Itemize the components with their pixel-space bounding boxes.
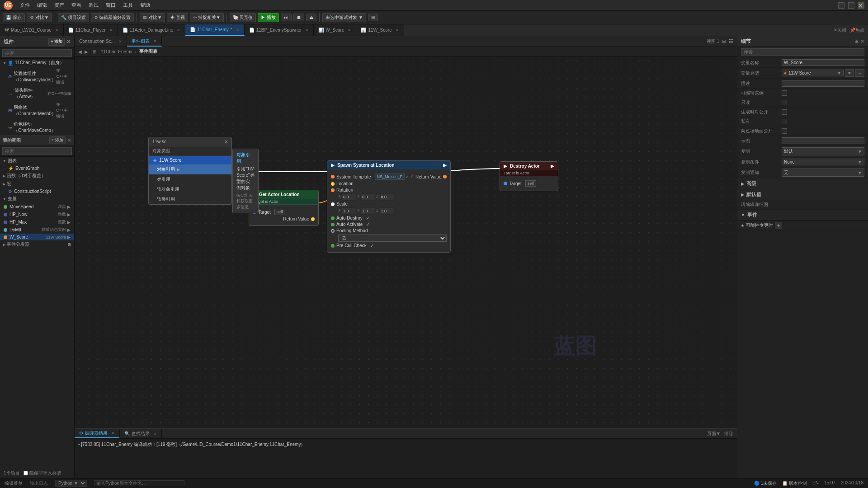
tab-player[interactable]: 📄 11Char_Player ✕ bbox=[64, 24, 118, 36]
pin-scale[interactable] bbox=[331, 202, 335, 206]
clear-btn[interactable]: 清除 bbox=[724, 431, 733, 437]
canvas-grid-icon[interactable]: ⊞ bbox=[722, 38, 726, 44]
extra-button[interactable]: ⊞ bbox=[368, 14, 378, 21]
events-section[interactable]: ▼ 事件 bbox=[737, 210, 868, 221]
scale-z-input[interactable] bbox=[380, 208, 394, 214]
tab-11wscore-close[interactable]: ✕ bbox=[396, 28, 399, 33]
var-dymtl[interactable]: DyMtl 材质动态实例 ▶ bbox=[0, 226, 74, 234]
minimize-btn[interactable] bbox=[838, 2, 844, 9]
pin-auto-activate[interactable] bbox=[331, 223, 335, 226]
shell-values-button[interactable]: 🐚 贝壳值 bbox=[230, 13, 256, 22]
menu-tools[interactable]: 工具 bbox=[123, 2, 133, 9]
event-graph-item[interactable]: ⚡ EventGraph bbox=[5, 165, 74, 172]
tab-player-close[interactable]: ✕ bbox=[109, 28, 113, 33]
menu-debug[interactable]: 调试 bbox=[89, 2, 99, 9]
component-root[interactable]: ▼ 👤 11Char_Enemy（自身） bbox=[0, 59, 74, 67]
tab-11wscore[interactable]: 📊 11W_Score ✕ bbox=[356, 24, 404, 36]
replication-notify-select[interactable]: 无 ▼ bbox=[782, 169, 864, 177]
pin-pooling[interactable] bbox=[331, 229, 335, 233]
components-search-input[interactable] bbox=[2, 49, 72, 57]
menu-file[interactable]: 文件 bbox=[20, 2, 30, 9]
pin-system-template[interactable] bbox=[331, 175, 335, 178]
breadcrumb-root[interactable]: 11Char_Enemy bbox=[101, 49, 132, 54]
nav-forward[interactable]: ▶ bbox=[85, 49, 88, 54]
pagination-btn[interactable]: 页面▼ bbox=[707, 431, 721, 437]
pin-destroy-target[interactable] bbox=[504, 182, 507, 185]
canvas-view-mode[interactable]: 视图 1 bbox=[707, 38, 719, 45]
component-movement[interactable]: ⇒ 角色移动（CharMoveComp） bbox=[5, 120, 74, 135]
close-right-panel[interactable]: ✕ bbox=[860, 38, 864, 44]
tab-damageline-close[interactable]: ✕ bbox=[177, 28, 180, 33]
tab-enemy-close[interactable]: ✕ bbox=[236, 28, 240, 32]
tab-wscore[interactable]: 📊 W_Score ✕ bbox=[314, 24, 356, 36]
pin-auto-destroy[interactable] bbox=[331, 216, 335, 220]
component-capsule[interactable]: ⊚ 胶囊体组件（CollisionCylinder） 在C++中编辑 bbox=[5, 67, 74, 86]
defaults-section[interactable]: ▶ 默认值 bbox=[737, 189, 868, 200]
node-destroy-actor[interactable]: ▶ Destroy Actor ▶ Target is Actor Target… bbox=[500, 161, 558, 191]
dropdown-item-soft-class-ref[interactable]: 软类引用 bbox=[149, 194, 231, 204]
events-add-btn[interactable]: + bbox=[775, 222, 782, 229]
hide-unimported-checkbox[interactable] bbox=[24, 471, 28, 475]
add-bp-button[interactable]: + 添加 bbox=[49, 136, 66, 144]
nav-back[interactable]: ◀ bbox=[78, 49, 82, 54]
project-settings-button[interactable]: 🔧 11Char_Enemy（自身）项目设置 bbox=[58, 13, 89, 22]
dropdown-item-object-ref[interactable]: 对象引用 ▶ bbox=[149, 164, 231, 174]
event-dispatchers-section[interactable]: ▶ 事件分发器 ⚙ bbox=[0, 240, 74, 249]
rotation-x-input[interactable] bbox=[342, 194, 356, 200]
expose-cinematic-checkbox[interactable] bbox=[782, 128, 787, 134]
snap-button[interactable]: ⊹ 捕捉相关▼ bbox=[190, 13, 224, 22]
tab-spawner[interactable]: 📄 11BP_EnemySpawner ✕ bbox=[245, 24, 314, 36]
expose-spawn-checkbox[interactable] bbox=[782, 109, 787, 115]
canvas-list-icon[interactable]: ☷ bbox=[729, 38, 733, 44]
maximize-btn[interactable] bbox=[848, 2, 854, 9]
tab-damageline[interactable]: 📄 11Actor_DamageLine ✕ bbox=[118, 24, 186, 36]
node-spawn-system[interactable]: ▶ Spawn System at Location ▶ System Temp… bbox=[327, 160, 451, 253]
menu-asset[interactable]: 资产 bbox=[54, 2, 64, 9]
event-dispatchers-settings[interactable]: ⚙ bbox=[67, 242, 71, 247]
rotation-y-input[interactable] bbox=[361, 194, 375, 200]
dropdown-item-soft-object-ref[interactable]: 软对象引用 bbox=[149, 184, 231, 194]
tab-spawner-close[interactable]: ✕ bbox=[305, 28, 309, 33]
right-panel-search-input[interactable] bbox=[741, 48, 864, 56]
system-template-value[interactable]: NS_Muzzle_F bbox=[375, 174, 405, 180]
python-select[interactable]: Python ▼ bbox=[55, 480, 87, 487]
scale-x-input[interactable] bbox=[342, 208, 356, 214]
menu-help[interactable]: 帮助 bbox=[140, 2, 150, 9]
version-control[interactable]: 📋 版本控制 bbox=[782, 480, 807, 487]
node-get-actor-location[interactable]: ▶ Get Actor Location Target is Actor Tar… bbox=[249, 190, 319, 226]
private-checkbox[interactable] bbox=[782, 119, 787, 124]
description-input[interactable] bbox=[782, 80, 864, 87]
close-bp-panel[interactable]: ✕ bbox=[67, 137, 71, 143]
eject-button[interactable]: ⏏ bbox=[306, 14, 316, 21]
macros-section[interactable]: ▶ 宏 bbox=[0, 180, 74, 188]
editor-prefs-button[interactable]: ⚙ 编辑器偏好设置 bbox=[91, 13, 134, 22]
right-panel-grid-icon[interactable]: ⊞ bbox=[854, 38, 859, 44]
bottom-tab-compiler-close[interactable]: ✕ bbox=[111, 431, 115, 436]
var-wscore[interactable]: W_Score 11W Score ▶ bbox=[0, 234, 74, 240]
play-button play-btn[interactable]: ▶ 播放 bbox=[258, 13, 279, 22]
dropdown-item-class-ref[interactable]: 类引用 bbox=[149, 174, 231, 184]
construction-script-item[interactable]: ⚙ ConstructionScript bbox=[5, 188, 74, 195]
graphs-section[interactable]: ▼ 图表 bbox=[0, 157, 74, 165]
vartype-extra-btn[interactable]: ▼ bbox=[845, 69, 854, 77]
variables-section[interactable]: ▼ 变量 bbox=[0, 195, 74, 203]
pooling-dropdown[interactable]: 乙 bbox=[338, 235, 447, 242]
var-hp-now[interactable]: HP_Now 整数 ▶ bbox=[0, 211, 74, 218]
varname-input[interactable] bbox=[782, 59, 864, 66]
component-arrow[interactable]: → 箭头组件（Arrow） 在C++中编辑 bbox=[5, 86, 74, 101]
bottom-tab-compiler[interactable]: ⚙ 编译器结果 ✕ bbox=[75, 429, 120, 438]
example-input[interactable] bbox=[782, 137, 864, 144]
rotation-z-input[interactable] bbox=[380, 194, 394, 200]
pin-tab[interactable]: 📌热点 bbox=[850, 27, 864, 33]
close-all-tabs[interactable]: ✕关闭 bbox=[834, 27, 846, 33]
tab-map[interactable]: 🗺 Map_LWD1_Course ✕ bbox=[0, 24, 64, 36]
functions-section[interactable]: ▶ 函数（3对于覆盖） bbox=[0, 172, 74, 180]
pin-return-get-actor[interactable] bbox=[311, 217, 315, 221]
var-movespeed[interactable]: MoveSpeed 浮点 ▶ bbox=[0, 203, 74, 211]
pin-location[interactable] bbox=[331, 182, 335, 186]
save-button[interactable]: 💾 保存 bbox=[3, 13, 25, 22]
editable-checkbox[interactable] bbox=[782, 90, 787, 96]
compile-button[interactable]: ⚙ 对比▼ bbox=[27, 13, 52, 22]
advanced-section[interactable]: ▶ 高级 bbox=[737, 178, 868, 189]
canvas-tab-construction[interactable]: Construction Sc... ✕ bbox=[75, 36, 127, 47]
